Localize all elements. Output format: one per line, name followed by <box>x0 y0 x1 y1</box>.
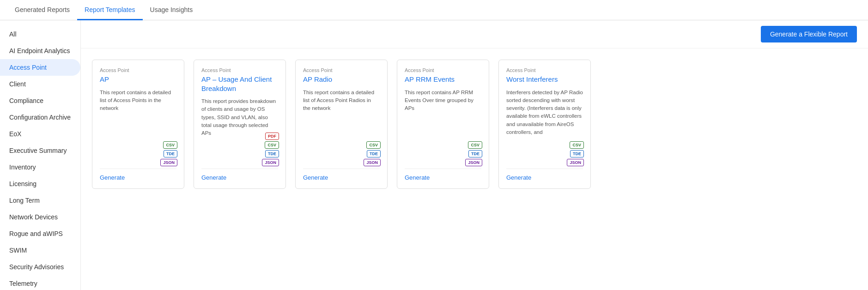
generate-flexible-report-button[interactable]: Generate a Flexible Report <box>761 26 857 42</box>
badge-csv-3: CSV <box>468 141 482 149</box>
badge-pdf-1: PDF <box>265 133 279 140</box>
sidebar-item-licensing[interactable]: Licensing <box>0 175 80 192</box>
generate-link-1[interactable]: Generate <box>201 174 226 181</box>
card-category-4: Access Point <box>506 67 583 73</box>
report-card-2: Access PointAP RadioThis report contains… <box>295 60 388 189</box>
sidebar-item-rogue-and-awips[interactable]: Rogue and aWIPS <box>0 225 80 242</box>
generate-link-2[interactable]: Generate <box>303 174 328 181</box>
report-card-4: Access PointWorst InterferersInterferers… <box>498 60 591 189</box>
sidebar: AllAI Endpoint AnalyticsAccess PointClie… <box>0 20 81 290</box>
sidebar-item-security-advisories[interactable]: Security Advisories <box>0 259 80 275</box>
generate-link-4[interactable]: Generate <box>506 174 531 181</box>
badge-tde-0: TDE <box>164 150 177 157</box>
badge-tde-1: TDE <box>265 150 279 157</box>
tab-usage-insights[interactable]: Usage Insights <box>143 0 200 20</box>
sidebar-item-access-point[interactable]: Access Point <box>0 59 80 76</box>
card-badges-1: PDFCSVTDEJSON <box>262 133 279 166</box>
sidebar-item-all[interactable]: All <box>0 26 80 42</box>
card-category-2: Access Point <box>303 67 380 73</box>
card-title-0: AP <box>100 75 176 84</box>
card-badges-3: CSVTDEJSON <box>465 141 482 166</box>
badge-csv-4: CSV <box>570 141 584 149</box>
card-title-4: Worst Interferers <box>506 75 583 84</box>
sidebar-item-client[interactable]: Client <box>0 76 80 92</box>
sidebar-item-network-devices[interactable]: Network Devices <box>0 209 80 225</box>
badge-json-0: JSON <box>160 159 177 166</box>
sidebar-item-eox[interactable]: EoX <box>0 126 80 142</box>
report-card-0: Access PointAPThis report contains a det… <box>92 60 184 189</box>
badge-csv-1: CSV <box>265 141 279 149</box>
badge-json-1: JSON <box>262 159 279 166</box>
tabs-bar: Generated ReportsReport TemplatesUsage I… <box>0 0 868 20</box>
sidebar-item-compliance[interactable]: Compliance <box>0 92 80 109</box>
card-title-1: AP – Usage And Client Breakdown <box>201 75 278 93</box>
card-category-0: Access Point <box>100 67 176 73</box>
content-topbar: Generate a Flexible Report <box>81 20 868 48</box>
card-footer-2: Generate <box>303 169 380 181</box>
badge-csv-2: CSV <box>366 141 381 149</box>
content-area: Generate a Flexible Report Access PointA… <box>81 20 868 290</box>
badge-json-2: JSON <box>364 159 381 166</box>
card-title-3: AP RRM Events <box>405 75 481 84</box>
badge-csv-0: CSV <box>163 141 177 149</box>
tab-report-templates[interactable]: Report Templates <box>77 0 142 20</box>
card-category-3: Access Point <box>405 67 481 73</box>
tab-generated-reports[interactable]: Generated Reports <box>7 0 77 20</box>
card-badges-4: CSVTDEJSON <box>567 141 584 166</box>
report-card-1: Access PointAP – Usage And Client Breakd… <box>194 60 286 189</box>
sidebar-item-inventory[interactable]: Inventory <box>0 159 80 175</box>
badge-tde-4: TDE <box>570 150 584 157</box>
card-badges-2: CSVTDEJSON <box>364 141 381 166</box>
card-footer-1: Generate <box>201 169 278 181</box>
card-title-2: AP Radio <box>303 75 380 84</box>
card-footer-0: Generate <box>100 169 176 181</box>
badge-json-4: JSON <box>567 159 584 166</box>
badge-tde-2: TDE <box>367 150 381 157</box>
card-badges-0: CSVTDEJSON <box>160 141 177 166</box>
card-footer-4: Generate <box>506 169 583 181</box>
sidebar-item-ai-endpoint-analytics[interactable]: AI Endpoint Analytics <box>0 42 80 59</box>
report-card-3: Access PointAP RRM EventsThis report con… <box>397 60 489 189</box>
main-layout: AllAI Endpoint AnalyticsAccess PointClie… <box>0 20 868 290</box>
generate-link-3[interactable]: Generate <box>405 174 430 181</box>
sidebar-item-telemetry[interactable]: Telemetry <box>0 275 80 290</box>
sidebar-item-configuration-archive[interactable]: Configuration Archive <box>0 109 80 126</box>
sidebar-item-executive-summary[interactable]: Executive Summary <box>0 142 80 159</box>
cards-container: Access PointAPThis report contains a det… <box>81 48 868 290</box>
card-category-1: Access Point <box>201 67 278 73</box>
sidebar-item-long-term[interactable]: Long Term <box>0 192 80 209</box>
badge-json-3: JSON <box>465 159 482 166</box>
sidebar-item-swim[interactable]: SWIM <box>0 242 80 259</box>
generate-link-0[interactable]: Generate <box>100 174 125 181</box>
card-footer-3: Generate <box>405 169 481 181</box>
badge-tde-3: TDE <box>468 150 482 157</box>
